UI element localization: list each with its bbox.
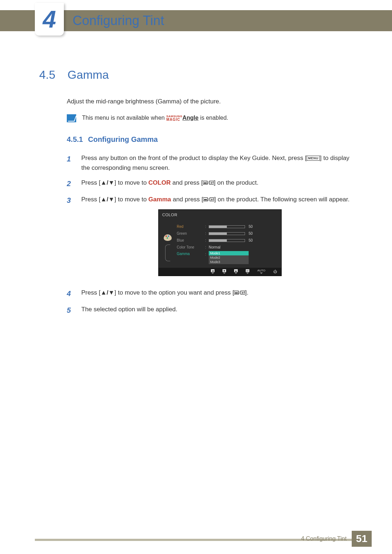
osd-value: 50 xyxy=(249,238,253,243)
section-title: Gamma xyxy=(68,68,109,81)
step-5: 5 The selected option will be applied. xyxy=(67,304,359,316)
subsection-title: Configuring Gamma xyxy=(88,135,158,143)
osd-label: Blue xyxy=(177,238,205,243)
svg-text:/: / xyxy=(208,197,209,202)
osd-left-column xyxy=(162,223,173,264)
svg-rect-9 xyxy=(235,292,238,294)
osd-value: Normal xyxy=(209,245,220,250)
slider-icon xyxy=(209,239,245,242)
osd-mode-option: Mode1 xyxy=(209,251,249,255)
osd-label: Red xyxy=(177,224,205,230)
osd-value: 50 xyxy=(249,231,253,237)
footer-chapter-ref: 4 Configuring Tint xyxy=(301,535,346,542)
step-body: Press [▲/▼] to move to Gamma and press [… xyxy=(81,194,359,283)
step-number: 4 xyxy=(67,288,73,299)
osd-screenshot: COLOR Red : 50 xyxy=(158,209,282,276)
footer-up-icon: ▲ xyxy=(234,269,238,274)
samsung-magic-angle-icon: SAMSUNGMAGIC xyxy=(166,115,182,122)
step-2: 2 Press [▲/▼] to move to COLOR and press… xyxy=(67,178,359,189)
subsection-heading: 4.5.1Configuring Gamma xyxy=(67,135,359,144)
osd-row-green: Green : 50 xyxy=(177,230,278,237)
osd-footer: ◄ ▼ ▲ ↵ AUTO ⏻ xyxy=(159,268,281,276)
svg-text:/: / xyxy=(239,291,240,295)
svg-rect-5 xyxy=(204,199,207,200)
footer-auto-label: AUTO xyxy=(257,269,265,274)
up-down-arrow-icon: ▲/▼ xyxy=(101,196,114,203)
step-body: The selected option will be applied. xyxy=(81,304,359,316)
osd-row-red: Red : 50 xyxy=(177,223,278,230)
palette-icon xyxy=(164,234,172,241)
step-number: 3 xyxy=(67,194,73,283)
intro-text: Adjust the mid-range brightness (Gamma) … xyxy=(67,97,359,106)
note-text: This menu is not available when SAMSUNGM… xyxy=(82,115,228,122)
osd-value: 50 xyxy=(249,224,253,230)
osd-label: Green xyxy=(177,231,205,237)
chapter-badge: 4 xyxy=(35,3,64,36)
osd-row-blue: Blue : 50 xyxy=(177,237,278,244)
step-1: 1 Press any button on the front of the p… xyxy=(67,153,359,173)
menu-button-icon: MENU xyxy=(307,156,320,161)
osd-body: Red : 50 Green : 50 xyxy=(159,221,281,268)
step-number: 1 xyxy=(67,153,73,173)
osd-label: Gamma xyxy=(177,251,205,257)
section-number: 4.5 xyxy=(39,68,68,82)
angle-word: Angle xyxy=(183,115,199,121)
chapter-number: 4 xyxy=(43,5,56,33)
step-number: 5 xyxy=(67,304,73,316)
slider-icon xyxy=(209,232,245,235)
ok-enter-icon: / xyxy=(203,179,214,186)
ok-enter-icon: / xyxy=(203,196,214,203)
gamma-keyword: Gamma xyxy=(148,196,171,203)
chapter-title: Configuring Tint xyxy=(73,13,164,28)
page-number: 51 xyxy=(352,531,372,547)
step-body: Press [▲/▼] to move to COLOR and press [… xyxy=(81,178,359,189)
subsection-number: 4.5.1 xyxy=(67,135,83,143)
up-down-arrow-icon: ▲/▼ xyxy=(101,289,114,296)
color-keyword: COLOR xyxy=(148,179,171,186)
osd-gamma-modes: Mode1 Mode2 Mode3 xyxy=(209,251,249,264)
osd-title: COLOR xyxy=(159,210,281,221)
ok-enter-icon: / xyxy=(234,289,245,296)
steps-list: 1 Press any button on the front of the p… xyxy=(67,153,359,316)
section-heading: 4.5Gamma xyxy=(39,68,359,82)
osd-row-color-tone: Color Tone : Normal xyxy=(177,244,278,251)
step-number: 2 xyxy=(67,178,73,189)
note-icon xyxy=(67,114,76,122)
footer-back-icon: ◄ xyxy=(211,269,215,274)
page-footer: 4 Configuring Tint 51 xyxy=(301,531,372,547)
osd-label: Color Tone xyxy=(177,245,205,250)
svg-text:/: / xyxy=(208,181,209,185)
note-row: This menu is not available when SAMSUNGM… xyxy=(67,114,359,122)
svg-rect-1 xyxy=(204,182,207,184)
slider-icon xyxy=(209,225,245,228)
footer-down-icon: ▼ xyxy=(222,269,226,274)
footer-enter-icon: ↵ xyxy=(246,269,249,274)
step-body: Press [▲/▼] to move to the option you wa… xyxy=(81,288,359,299)
up-down-arrow-icon: ▲/▼ xyxy=(101,179,114,186)
bracket-icon xyxy=(165,245,170,261)
step-3: 3 Press [▲/▼] to move to Gamma and press… xyxy=(67,194,359,283)
osd-rows: Red : 50 Green : 50 xyxy=(177,223,278,264)
osd-row-gamma: Gamma : Mode1 Mode2 Mode3 xyxy=(177,251,278,264)
step-body: Press any button on the front of the pro… xyxy=(81,153,359,173)
osd-mode-option: Mode3 xyxy=(209,260,249,264)
content: 4.5Gamma Adjust the mid-range brightness… xyxy=(39,68,359,321)
osd-mode-option: Mode2 xyxy=(209,255,249,260)
footer-power-icon: ⏻ xyxy=(273,270,277,274)
step-4: 4 Press [▲/▼] to move to the option you … xyxy=(67,288,359,299)
